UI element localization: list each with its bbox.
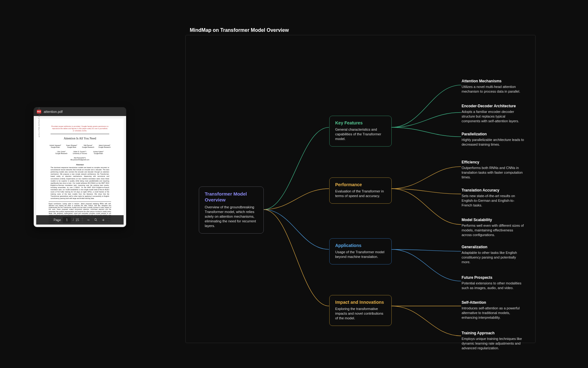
leaf-title: Self-Attention bbox=[462, 300, 524, 305]
branch-desc: Exploring the transformative impacts and… bbox=[335, 307, 386, 321]
pdf-permission-notice: Provided proper attribution is provided,… bbox=[51, 125, 109, 132]
branch-impact[interactable]: Impact and Innovations Exploring the tra… bbox=[329, 295, 392, 326]
leaf-desc: Sets new state-of-the-art results on Eng… bbox=[462, 194, 524, 208]
leaf-attention-mechanisms[interactable]: Attention Mechanisms Utilizes a novel mu… bbox=[462, 79, 524, 94]
leaf-efficiency[interactable]: Efficiency Outperforms both RNNs and CNN… bbox=[462, 160, 524, 180]
leaf-self-attention[interactable]: Self-Attention Introduces self-attention… bbox=[462, 300, 524, 320]
pdf-abstract: The dominant sequence transduction model… bbox=[51, 167, 109, 199]
pdf-filename: attention.pdf bbox=[44, 110, 63, 114]
leaf-training-approach[interactable]: Training Approach Employs unique trainin… bbox=[462, 331, 524, 351]
leaf-future-prospects[interactable]: Future Prospects Potential extensions to… bbox=[462, 275, 524, 290]
pdf-authors-row2: Llion Jones*Google ResearchAidan N. Gome… bbox=[53, 151, 107, 154]
leaf-title: Efficiency bbox=[462, 160, 524, 164]
leaf-title: Translation Accuracy bbox=[462, 188, 524, 192]
leaf-generalization[interactable]: Generalization Adaptable to other tasks … bbox=[462, 245, 524, 264]
pdf-body: arXiv:1706.03762v7 [cs.CL] 2 Aug 2023 Pr… bbox=[34, 116, 126, 227]
leaf-desc: Outperforms both RNNs and CNNs in transl… bbox=[462, 166, 524, 180]
leaf-desc: Potential extensions to other modalities… bbox=[462, 281, 524, 290]
pdf-authors-row3: Illia Polosukhin*‡illia.polosukhin@gmail… bbox=[48, 157, 112, 161]
leaf-title: Parallelization bbox=[462, 132, 524, 136]
leaf-title: Encoder-Decoder Architecture bbox=[462, 104, 524, 108]
leaf-model-scalability[interactable]: Model Scalability Performs well even wit… bbox=[462, 218, 524, 237]
mindmap-canvas[interactable]: Transformer Model Overview Overview of t… bbox=[185, 35, 536, 343]
pdf-paper-title: Attention Is All You Need bbox=[45, 137, 115, 140]
mindmap-root-node[interactable]: Transformer Model Overview Overview of t… bbox=[199, 186, 264, 234]
branch-desc: Usage of the Transformer model beyond ma… bbox=[335, 250, 386, 259]
leaf-desc: Introduces self-attention as a powerful … bbox=[462, 306, 524, 320]
branch-key-features[interactable]: Key Features General characteristics and… bbox=[329, 116, 392, 147]
leaf-desc: Performs well even with different sizes … bbox=[462, 223, 524, 237]
pdf-arxiv-stamp: arXiv:1706.03762v7 [cs.CL] 2 Aug 2023 bbox=[38, 107, 40, 137]
branch-title: Performance bbox=[335, 182, 386, 187]
pdf-page-render: arXiv:1706.03762v7 [cs.CL] 2 Aug 2023 Pr… bbox=[36, 119, 124, 215]
branch-title: Applications bbox=[335, 243, 386, 248]
branch-applications[interactable]: Applications Usage of the Transformer mo… bbox=[329, 238, 392, 264]
branch-desc: Evaluation of the Transformer in terms o… bbox=[335, 189, 386, 198]
pdf-preview-card: PDF attention.pdf arXiv:1706.03762v7 [cs… bbox=[34, 107, 126, 227]
pdf-authors-row1: Ashish Vaswani*Google BrainNoam Shazeer*… bbox=[48, 144, 112, 148]
leaf-desc: Utilizes a novel multi-head attention me… bbox=[462, 85, 524, 94]
pdf-header: PDF attention.pdf bbox=[34, 107, 126, 116]
leaf-encoder-decoder[interactable]: Encoder-Decoder Architecture Adopts a fa… bbox=[462, 104, 524, 123]
branch-desc: General characteristics and capabilities… bbox=[335, 127, 386, 141]
branch-title: Key Features bbox=[335, 120, 386, 125]
root-desc: Overview of the groundbreaking Transform… bbox=[205, 205, 258, 229]
leaf-title: Generalization bbox=[462, 245, 524, 249]
leaf-title: Training Approach bbox=[462, 331, 524, 335]
branch-title: Impact and Innovations bbox=[335, 300, 386, 305]
leaf-title: Model Scalability bbox=[462, 218, 524, 222]
leaf-desc: Employs unique training techniques like … bbox=[462, 337, 524, 351]
leaf-desc: Adaptable to other tasks like English co… bbox=[462, 250, 524, 264]
leaf-desc: Adopts a familiar encoder-decoder struct… bbox=[462, 109, 524, 123]
leaf-title: Future Prospects bbox=[462, 275, 524, 280]
leaf-title: Attention Mechanisms bbox=[462, 79, 524, 83]
leaf-translation-accuracy[interactable]: Translation Accuracy Sets new state-of-t… bbox=[462, 188, 524, 208]
pdf-abstract-heading: Abstract bbox=[45, 164, 115, 166]
branch-performance[interactable]: Performance Evaluation of the Transforme… bbox=[329, 177, 392, 204]
pdf-footnote: Equal contribution. Listing order is ran… bbox=[49, 201, 111, 225]
root-title: Transformer Model Overview bbox=[205, 191, 258, 203]
leaf-desc: Highly parallelizable architecture leads… bbox=[462, 138, 524, 147]
leaf-parallelization[interactable]: Parallelization Highly parallelizable ar… bbox=[462, 132, 524, 147]
mindmap-title: MindMap on Transformer Model Overview bbox=[190, 27, 289, 33]
